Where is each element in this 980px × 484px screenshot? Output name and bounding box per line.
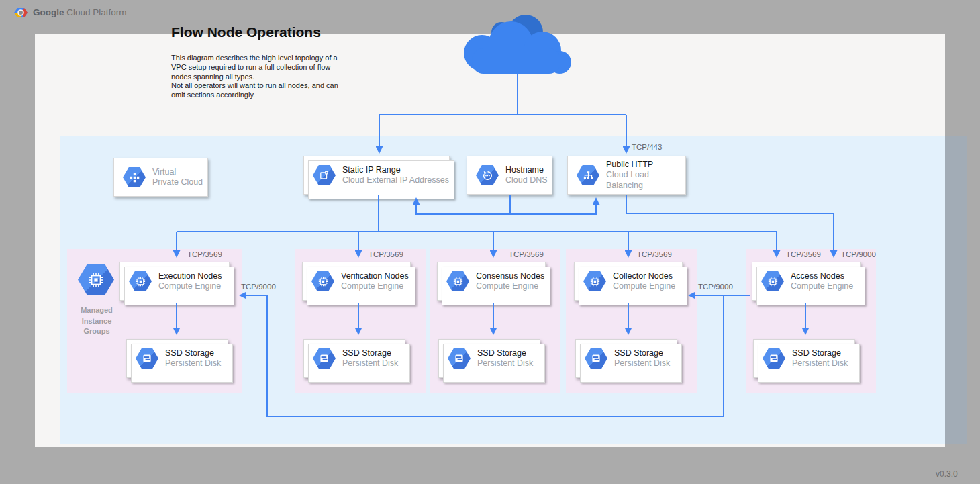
verification-ssd-card: SSD Storage Persistent Disk [303, 339, 405, 378]
version-label: v0.3.0 [936, 469, 958, 479]
consensus-ssd-subtitle: Persistent Disk [477, 358, 533, 369]
collector-nodes-subtitle: Compute Engine [613, 281, 675, 292]
consensus-nodes-group: Consensus Nodes Compute Engine SSD Stora… [430, 249, 560, 393]
public-http-title: Public HTTP [606, 160, 685, 171]
collector-nodes-group: Collector Nodes Compute Engine SSD Stora… [566, 249, 697, 393]
collector-ssd-title: SSD Storage [614, 348, 670, 359]
static-ip-subtitle: Cloud External IP Addresses [342, 175, 449, 186]
consensus-nodes-card: Consensus Nodes Compute Engine [437, 262, 546, 301]
compute-engine-icon [446, 271, 469, 291]
port-label-execution-link-9000: TCP/9000 [241, 283, 276, 291]
managed-instance-groups-label: Managed Instance Groups [67, 305, 126, 337]
gcp-logo-text: Google Cloud Platform [33, 7, 127, 17]
collector-nodes-card: Collector Nodes Compute Engine [574, 262, 683, 301]
access-ssd-subtitle: Persistent Disk [792, 358, 848, 369]
execution-nodes-card: Execution Nodes Compute Engine [119, 262, 230, 301]
execution-ssd-subtitle: Persistent Disk [165, 358, 221, 369]
static-ip-range-card: Static IP Range Cloud External IP Addres… [303, 156, 450, 195]
access-nodes-card: Access Nodes Compute Engine [752, 262, 861, 301]
logo-word-cloud-platform: Cloud Platform [66, 7, 126, 17]
logo-word-google: Google [33, 7, 64, 17]
port-label-execution-3569: TCP/3569 [187, 250, 222, 258]
execution-nodes-subtitle: Compute Engine [158, 281, 222, 292]
access-ssd-card: SSD Storage Persistent Disk [753, 339, 855, 378]
consensus-ssd-title: SSD Storage [477, 348, 533, 359]
access-nodes-title: Access Nodes [791, 271, 853, 282]
load-balancing-icon [577, 165, 599, 185]
collector-nodes-title: Collector Nodes [613, 271, 675, 282]
external-ip-icon [313, 165, 336, 185]
diagram-page: { "header": { "logo_primary": "Google", … [0, 0, 980, 484]
persistent-disk-icon [313, 348, 336, 369]
virtual-private-cloud-card: Virtual Private Cloud [113, 158, 208, 197]
execution-nodes-title: Execution Nodes [158, 271, 222, 282]
static-ip-title: Static IP Range [342, 165, 449, 176]
cloud-icon [457, 13, 578, 75]
compute-engine-icon [311, 271, 334, 291]
collector-ssd-subtitle: Persistent Disk [614, 358, 670, 369]
compute-engine-icon [129, 271, 152, 291]
port-label-consensus-3569: TCP/3569 [509, 250, 544, 258]
consensus-nodes-subtitle: Compute Engine [476, 281, 544, 292]
gcp-logo-icon [14, 6, 28, 19]
verification-nodes-group: Verification Nodes Compute Engine SSD St… [295, 249, 426, 393]
vpc-panel-overflow-strip [945, 136, 967, 444]
persistent-disk-icon [136, 348, 158, 369]
access-ssd-title: SSD Storage [792, 348, 848, 359]
persistent-disk-icon [763, 348, 785, 369]
page-description: This diagram describes the high level to… [171, 54, 362, 100]
execution-nodes-group: Managed Instance Groups Execution Nodes … [67, 249, 242, 393]
persistent-disk-icon [448, 348, 471, 369]
hostname-title: Hostname [505, 165, 548, 176]
execution-ssd-card: SSD Storage Persistent Disk [126, 339, 228, 378]
verification-ssd-subtitle: Persistent Disk [342, 358, 398, 369]
verification-ssd-title: SSD Storage [342, 348, 398, 359]
verification-nodes-subtitle: Compute Engine [341, 281, 409, 292]
verification-nodes-card: Verification Nodes Compute Engine [302, 262, 411, 301]
port-label-collector-3569: TCP/3569 [637, 250, 672, 258]
compute-engine-icon [583, 271, 606, 291]
vpc-card-label: Virtual Private Cloud [152, 167, 203, 188]
public-http-card: Public HTTP Cloud Load Balancing [567, 156, 686, 195]
consensus-nodes-title: Consensus Nodes [476, 271, 544, 282]
access-nodes-subtitle: Compute Engine [791, 281, 853, 292]
page-title: Flow Node Operations [171, 24, 321, 40]
consensus-ssd-card: SSD Storage Persistent Disk [438, 339, 540, 378]
cloud-dns-icon [476, 165, 499, 185]
port-label-access-3569: TCP/3569 [786, 250, 821, 258]
hostname-subtitle: Cloud DNS [505, 175, 548, 186]
port-label-access-9000: TCP/9000 [841, 250, 876, 258]
execution-ssd-title: SSD Storage [165, 348, 221, 359]
persistent-disk-icon [585, 348, 607, 369]
verification-nodes-title: Verification Nodes [341, 271, 409, 282]
managed-instance-group-icon [78, 264, 114, 295]
compute-engine-icon [761, 271, 784, 291]
collector-ssd-card: SSD Storage Persistent Disk [575, 339, 677, 378]
hostname-card: Hostname Cloud DNS [467, 156, 552, 195]
port-label-verification-3569: TCP/3569 [369, 250, 403, 258]
access-nodes-group: Access Nodes Compute Engine SSD Storage … [746, 249, 876, 393]
vpc-icon [123, 167, 146, 187]
port-label-tcp443: TCP/443 [632, 143, 662, 151]
port-label-collector-link-9000: TCP/9000 [698, 283, 733, 291]
public-http-subtitle: Cloud Load Balancing [606, 170, 685, 191]
